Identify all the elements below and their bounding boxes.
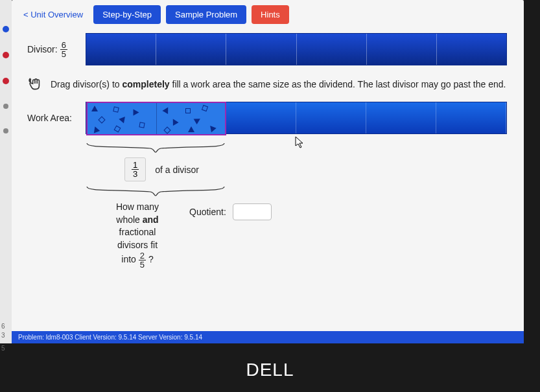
partial-fraction-box[interactable]: 1 3	[124, 157, 146, 181]
quotient-input[interactable]	[233, 203, 272, 220]
work-area-label: Work Area:	[27, 113, 86, 123]
left-dock	[0, 0, 12, 343]
divisor-row: Divisor: 6 5	[27, 33, 508, 65]
work-area-row: Work Area:	[27, 102, 508, 134]
work-segment[interactable]	[226, 102, 296, 133]
unit-overview-link[interactable]: < Unit Overview	[18, 6, 88, 23]
quotient-label: Quotient:	[189, 207, 226, 217]
divisor-segment[interactable]	[297, 34, 367, 65]
divisor-bar[interactable]	[86, 33, 507, 65]
divisor-segment[interactable]	[226, 34, 296, 65]
work-segment[interactable]	[296, 102, 366, 133]
brace-section: 1 3 of a divisor How many whole and frac…	[86, 142, 508, 269]
dock-icon[interactable]	[3, 52, 9, 58]
dropped-divisor-tile[interactable]	[86, 102, 226, 135]
content-area: Divisor: 6 5 Drag divisor(s)	[12, 29, 524, 274]
divisor-segment[interactable]	[437, 34, 506, 65]
side-numbers: 6 3 5	[1, 322, 5, 353]
divisor-fraction: 6 5	[60, 41, 67, 58]
work-area-bar[interactable]	[86, 102, 507, 134]
divisor-segment[interactable]	[156, 34, 226, 65]
step-by-step-button[interactable]: Step-by-Step	[93, 5, 161, 24]
app-frame: < Unit Overview Step-by-Step Sample Prob…	[12, 0, 524, 343]
brace-top	[86, 142, 226, 154]
dell-logo: DELL	[246, 360, 294, 380]
work-segment[interactable]	[366, 102, 436, 133]
work-segment[interactable]	[436, 102, 506, 133]
quotient-row: Quotient:	[189, 203, 272, 220]
dropped-segment	[157, 103, 226, 134]
dock-icon[interactable]	[3, 128, 8, 133]
quotient-section: How many whole and fractional divisors f…	[105, 201, 508, 269]
divisor-segment[interactable]	[86, 34, 156, 65]
instruction-row: Drag divisor(s) to completely fill a wor…	[27, 76, 508, 93]
brace-bottom	[86, 185, 226, 197]
of-divisor-text: of a divisor	[155, 165, 199, 175]
dock-icon[interactable]	[3, 78, 9, 84]
instruction-text: Drag divisor(s) to completely fill a wor…	[51, 79, 506, 89]
top-nav: < Unit Overview Step-by-Step Sample Prob…	[12, 0, 524, 29]
hints-button[interactable]: Hints	[252, 5, 289, 24]
dock-icon[interactable]	[3, 26, 9, 32]
question-text: How many whole and fractional divisors f…	[105, 201, 170, 269]
dropped-segment	[88, 103, 157, 134]
dock-icon[interactable]	[3, 104, 8, 109]
drag-hand-icon	[27, 76, 44, 93]
partial-divisor-row: 1 3 of a divisor	[124, 157, 508, 181]
divisor-segment[interactable]	[367, 34, 437, 65]
footer-bar: Problem: ldm8-003 Client Version: 9.5.14…	[12, 331, 524, 343]
sample-problem-button[interactable]: Sample Problem	[166, 5, 246, 24]
divisor-label: Divisor: 6 5	[27, 41, 86, 58]
